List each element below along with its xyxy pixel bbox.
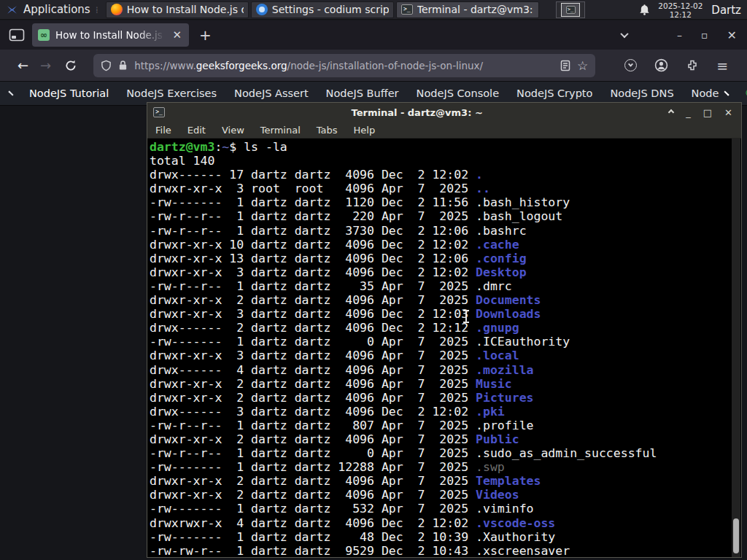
terminal-line: drwxr-xr-x 2 dartz dartz 4096 Apr 7 2025… — [150, 377, 731, 391]
firefox-view-icon[interactable] — [9, 28, 25, 42]
terminal-line: drwxr-xr-x 2 dartz dartz 4096 Apr 7 2025… — [150, 293, 731, 307]
prompt-line: dartz@vm3:~$ ls -la — [150, 140, 731, 154]
terminal-line: drwxr-xr-x 3 dartz dartz 4096 Dec 2 12:0… — [150, 265, 731, 279]
terminal-line: drwxr-xr-x 2 dartz dartz 4096 Apr 7 2025… — [150, 432, 731, 446]
terminal-line: -rw-r--r-- 1 dartz dartz 0 Apr 7 2025 .s… — [150, 446, 731, 460]
menu-icon[interactable]: ≡ — [716, 58, 728, 74]
codium-icon — [256, 4, 268, 15]
pocket-icon[interactable] — [624, 59, 637, 71]
terminal-window: >_ Terminal - dartz@vm3: ~ _ □ ✕ File Ed… — [147, 102, 742, 558]
terminal-line: drwxr-xr-x 3 root root 4096 Apr 7 2025 .… — [150, 182, 731, 195]
clock[interactable]: 2025-12-02 12:12 — [658, 1, 703, 19]
total-line: total 140 — [150, 154, 731, 168]
nav-link-truncated[interactable]: Node — [692, 88, 719, 99]
pager-window-preview: >_ — [561, 3, 580, 17]
menu-terminal[interactable]: Terminal — [252, 125, 309, 136]
terminal-line: drwx------ 3 dartz dartz 4096 Dec 2 12:0… — [150, 405, 731, 419]
terminal-output: dartz@vm3:~$ ls -la total 140 drwx------… — [147, 139, 741, 557]
tab-title: How to Install Node.js on — [55, 29, 165, 41]
terminal-scrollbar[interactable] — [732, 139, 740, 557]
nav-scroll-right-icon[interactable] — [724, 90, 729, 96]
minimize-button[interactable]: – — [677, 29, 682, 41]
menu-view[interactable]: View — [214, 125, 252, 136]
tab-close-icon[interactable]: ✕ — [171, 28, 183, 42]
applications-label: Applications — [23, 3, 90, 16]
nav-link-assert[interactable]: NodeJS Assert — [234, 88, 309, 99]
taskbar-label: Terminal - dartz@vm3: ~ — [417, 4, 534, 15]
bookmark-star-icon[interactable]: ☆ — [577, 58, 588, 73]
terminal-minimize-button[interactable]: _ — [686, 107, 691, 118]
terminal-line: drwxr-xr-x 3 dartz dartz 4096 Dec 2 12:0… — [150, 307, 731, 321]
browser-tab[interactable]: ∞ How to Install Node.js on ✕ — [32, 23, 189, 47]
workspace-pager[interactable]: >_ — [556, 1, 585, 18]
taskbar-button-terminal[interactable]: >_ Terminal - dartz@vm3: ~ — [396, 1, 539, 18]
nav-link-dns[interactable]: NodeJS DNS — [610, 88, 673, 99]
terminal-line: drwxr-xr-x 2 dartz dartz 4096 Apr 7 2025… — [150, 391, 731, 405]
terminal-icon: >_ — [566, 6, 576, 14]
top-panel: Applications ⁞ How to Install Node.js o.… — [0, 0, 747, 20]
shade-button[interactable] — [668, 109, 674, 115]
terminal-line: drwx------ 2 dartz dartz 4096 Dec 2 12:1… — [150, 321, 731, 335]
firefox-icon — [111, 4, 123, 15]
terminal-title: Terminal - dartz@vm3: ~ — [165, 107, 669, 118]
nav-link-crypto[interactable]: NodeJS Crypto — [516, 88, 592, 99]
new-tab-button[interactable]: + — [199, 26, 212, 44]
panel-handle: ⁞ — [96, 4, 97, 15]
file-listing: drwx------ 17 dartz dartz 4096 Dec 2 12:… — [150, 168, 731, 557]
nav-link-exercises[interactable]: NodeJS Exercises — [126, 88, 217, 99]
reader-mode-icon[interactable] — [560, 60, 570, 71]
shield-icon[interactable] — [101, 60, 112, 71]
menu-tabs[interactable]: Tabs — [309, 125, 346, 136]
terminal-maximize-button[interactable]: □ — [703, 107, 712, 118]
list-tabs-icon[interactable] — [620, 30, 628, 38]
nav-scroll-left-icon[interactable] — [8, 90, 13, 96]
toolbar-actions: ≡ — [624, 58, 728, 74]
nav-link-tutorial[interactable]: NodeJS Tutorial — [29, 88, 109, 99]
window-controls: – ▫ ✕ — [622, 20, 747, 50]
terminal-line: -rw-r--r-- 1 dartz dartz 35 Apr 7 2025 .… — [150, 279, 731, 293]
extensions-icon[interactable] — [686, 59, 699, 72]
terminal-close-button[interactable]: ✕ — [724, 107, 732, 118]
menu-help[interactable]: Help — [346, 125, 384, 136]
terminal-line: -rw------- 1 dartz dartz 0 Apr 7 2025 .I… — [150, 335, 731, 349]
taskbar-button-firefox[interactable]: How to Install Node.js o... — [106, 1, 249, 18]
terminal-line: -rw------- 1 dartz dartz 12288 Apr 7 202… — [150, 460, 731, 474]
taskbar-button-codium[interactable]: Settings - codium script... — [251, 1, 394, 18]
close-button[interactable]: ✕ — [727, 28, 737, 42]
nav-link-buffer[interactable]: NodeJS Buffer — [326, 88, 399, 99]
account-icon[interactable] — [654, 58, 668, 72]
terminal-line: drwxr-xr-x 13 dartz dartz 4096 Dec 2 12:… — [150, 252, 731, 265]
nav-link-console[interactable]: NodeJS Console — [417, 88, 500, 99]
maximize-button[interactable]: ▫ — [701, 29, 708, 41]
terminal-icon: >_ — [401, 4, 413, 15]
terminal-line: drwxrwxr-x 4 dartz dartz 4096 Dec 2 12:0… — [150, 516, 731, 530]
terminal-line: -rw-rw-r-- 1 dartz dartz 9529 Dec 2 10:4… — [150, 544, 731, 557]
menu-edit[interactable]: Edit — [179, 125, 214, 136]
clock-date: 2025-12-02 — [658, 1, 703, 10]
desktop: Applications ⁞ How to Install Node.js o.… — [0, 0, 747, 560]
tab-bar: ∞ How to Install Node.js on ✕ + – ▫ ✕ — [0, 20, 747, 50]
terminal-icon: >_ — [153, 107, 165, 117]
geeksforgeeks-favicon: ∞ — [38, 29, 50, 41]
taskbar-label: Settings - codium script... — [272, 4, 389, 15]
forward-button[interactable]: → — [40, 58, 51, 73]
terminal-line: drwx------ 17 dartz dartz 4096 Dec 2 12:… — [150, 168, 731, 182]
notification-bell-icon[interactable] — [638, 4, 651, 16]
menu-file[interactable]: File — [147, 125, 179, 136]
lock-icon[interactable] — [118, 60, 128, 71]
scrollbar-thumb[interactable] — [733, 518, 739, 553]
terminal-line: -rw-r--r-- 1 dartz dartz 807 Apr 7 2025 … — [150, 419, 731, 432]
applications-menu-button[interactable]: Applications ⁞ — [0, 0, 106, 20]
url-bar[interactable]: https://www.geeksforgeeks.org/node-js/in… — [93, 54, 595, 77]
applications-icon — [6, 4, 18, 16]
terminal-line: -rw-r--r-- 1 dartz dartz 3730 Dec 2 12:0… — [150, 224, 731, 238]
terminal-titlebar[interactable]: >_ Terminal - dartz@vm3: ~ _ □ ✕ — [147, 103, 741, 122]
user-menu[interactable]: Dartz — [710, 4, 741, 17]
reload-icon[interactable] — [64, 59, 77, 72]
taskbar-label: How to Install Node.js o... — [127, 4, 244, 15]
terminal-line: -rw------- 1 dartz dartz 532 Apr 7 2025 … — [150, 502, 731, 516]
terminal-menubar: File Edit View Terminal Tabs Help — [147, 122, 741, 139]
back-button[interactable]: ← — [18, 58, 28, 73]
clock-time: 12:12 — [658, 10, 703, 19]
terminal-line: -rw------- 1 dartz dartz 48 Dec 2 10:39 … — [150, 530, 731, 544]
